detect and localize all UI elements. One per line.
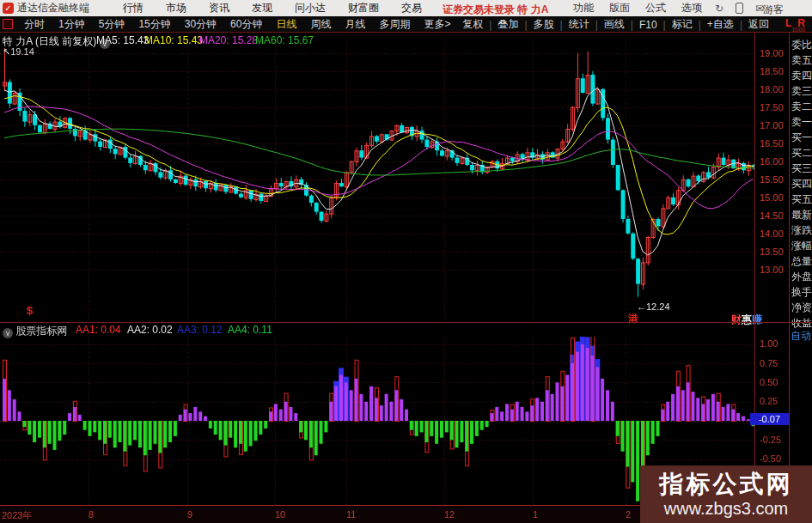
top-menu-item-版面[interactable]: 版面 bbox=[601, 1, 638, 15]
price-tick: 13.50 bbox=[760, 246, 784, 257]
tool-item-+自选[interactable]: +自选 bbox=[702, 17, 739, 32]
price-tick: 14.50 bbox=[760, 210, 784, 221]
sidebar-row-卖三: 卖三 bbox=[791, 84, 812, 99]
year-label: 2023年 bbox=[2, 509, 32, 522]
sidebar-row-卖二: 卖二 bbox=[791, 100, 812, 114]
top-menu-group: 行情市场资讯发现问小达财富圈交易 bbox=[112, 1, 433, 15]
toolbar-separator: | bbox=[560, 19, 563, 31]
watermark-title: 指标公式网 bbox=[660, 471, 793, 498]
promo-char: 财 bbox=[731, 313, 742, 325]
top-menu-item-选项[interactable]: 选项 bbox=[674, 1, 710, 15]
price-tick: 15.50 bbox=[760, 174, 784, 185]
tool-item-返回[interactable]: 返回 bbox=[743, 17, 774, 32]
tool-item-F10[interactable]: F10 bbox=[634, 19, 662, 31]
sidebar-row-买四: 买四 bbox=[791, 177, 812, 192]
top-menu-item-发现[interactable]: 发现 bbox=[241, 2, 284, 14]
app-logo-icon: ✓ bbox=[3, 3, 14, 14]
period-item-更多>[interactable]: 更多> bbox=[417, 17, 457, 32]
indicator-tick: 0.50 bbox=[760, 377, 778, 387]
sidebar-row-卖五: 卖五 bbox=[791, 53, 812, 68]
toolbar-separator: | bbox=[489, 19, 491, 31]
top-menu-item-功能[interactable]: 功能 bbox=[565, 1, 601, 15]
refresh-icon[interactable]: ↻ bbox=[715, 3, 723, 15]
period-item-周线[interactable]: 周线 bbox=[303, 17, 338, 32]
indicator-tick: 0.25 bbox=[760, 396, 778, 406]
chevron-down-icon[interactable]: ∨ bbox=[3, 328, 13, 338]
top-menu-item-公式[interactable]: 公式 bbox=[638, 1, 674, 15]
top-menu-item-交易[interactable]: 交易 bbox=[390, 2, 433, 14]
low-price-marker: ←12.24 bbox=[637, 301, 670, 312]
month-label-2: 2 bbox=[626, 509, 631, 520]
indicator-header: ∨ 股票指标网 bbox=[3, 324, 67, 338]
sidebar-row-买二: 买二 bbox=[791, 146, 812, 161]
toolbar-separator: | bbox=[631, 19, 633, 31]
user-label[interactable]: 游客 bbox=[763, 3, 784, 17]
indicator-field-2: AA3: 0.12 bbox=[177, 324, 223, 336]
period-item-30分钟[interactable]: 30分钟 bbox=[178, 17, 223, 32]
site-watermark: 指标公式网 www.zbgs3.com bbox=[640, 465, 812, 523]
price-tick: 13.00 bbox=[760, 265, 784, 275]
top-right-menu-group: 功能版面公式选项↻✉ bbox=[565, 0, 769, 16]
mobile-icon[interactable] bbox=[736, 3, 743, 14]
period-item-日线[interactable]: 日线 bbox=[269, 17, 303, 32]
tool-item-统计[interactable]: 统计 bbox=[564, 17, 595, 32]
tool-item-多股[interactable]: 多股 bbox=[528, 17, 559, 32]
login-status[interactable]: 证券交易未登录 特 力A bbox=[443, 3, 548, 17]
indicator-tick: 1.00 bbox=[760, 338, 778, 349]
period-item-分时[interactable]: 分时 bbox=[17, 17, 52, 32]
main-chart-canvas[interactable] bbox=[0, 39, 754, 322]
hk-badge: 港 bbox=[628, 312, 638, 326]
period-item-多周期[interactable]: 多周期 bbox=[372, 17, 417, 32]
top-menu-item-行情[interactable]: 行情 bbox=[112, 2, 155, 14]
panel-divider-line[interactable] bbox=[0, 322, 812, 323]
indicator-field-3: AA4: 0.11 bbox=[228, 324, 272, 336]
tool-item-叠加[interactable]: 叠加 bbox=[492, 17, 523, 32]
month-label-8: 8 bbox=[89, 509, 94, 520]
indicator-tick: 0.75 bbox=[760, 358, 778, 368]
period-item-1分钟[interactable]: 1分钟 bbox=[52, 17, 92, 32]
indicator-field-1: AA2: 0.02 bbox=[127, 324, 173, 336]
period-item-月线[interactable]: 月线 bbox=[338, 17, 372, 32]
top-menu-item-财富圈[interactable]: 财富圈 bbox=[337, 2, 390, 14]
month-label-11: 11 bbox=[346, 509, 356, 520]
price-tick: 16.50 bbox=[760, 138, 784, 149]
ma-label-3: MA60: 15.67 bbox=[255, 34, 314, 46]
caihuizhuan-watermark: 财惠赚 bbox=[731, 313, 762, 327]
toolbar-separator: | bbox=[595, 19, 598, 31]
tool-item-画线[interactable]: 画线 bbox=[599, 17, 630, 32]
sidebar-row-总量: 总量 bbox=[791, 254, 812, 269]
month-label-10: 10 bbox=[275, 509, 285, 520]
price-tick: 19.00 bbox=[760, 48, 784, 58]
sidebar-row-卖一: 卖一 bbox=[791, 115, 812, 130]
current-value-badge: -0.07 bbox=[750, 413, 789, 425]
sidebar-row-卖四: 卖四 bbox=[791, 69, 812, 83]
tool-item-标记[interactable]: 标记 bbox=[667, 17, 698, 32]
indicator-name[interactable]: 股票指标网 bbox=[15, 325, 67, 337]
price-tick: 17.50 bbox=[760, 102, 784, 113]
toolbar-separator: | bbox=[699, 19, 701, 31]
price-tick: 15.00 bbox=[760, 192, 784, 203]
toolbar-separator: | bbox=[663, 19, 666, 31]
top-menu-item-市场[interactable]: 市场 bbox=[155, 2, 198, 14]
sidebar-row-外盘: 外盘 bbox=[791, 270, 812, 284]
stock-period-label: 特 力A (日线 前复权) bbox=[3, 35, 96, 47]
ma-label-2: MA20: 15.28 bbox=[199, 34, 258, 46]
auto-scale-button[interactable]: 自动 bbox=[791, 329, 811, 344]
chart-type-icon[interactable] bbox=[3, 19, 13, 29]
chart-tools-group: 复权|叠加|多股|统计|画线|F10|标记|+自选|返回 bbox=[457, 17, 774, 32]
period-item-5分钟[interactable]: 5分钟 bbox=[92, 17, 132, 32]
toolbar-separator: | bbox=[524, 19, 527, 31]
price-tick: 16.00 bbox=[760, 156, 784, 167]
tool-item-复权[interactable]: 复权 bbox=[457, 17, 488, 32]
axis-divider-line bbox=[754, 33, 755, 505]
indicator-field-0: AA1: 0.04 bbox=[76, 324, 121, 336]
period-item-15分钟[interactable]: 15分钟 bbox=[131, 17, 177, 32]
top-menu-item-资讯[interactable]: 资讯 bbox=[198, 2, 241, 14]
top-menu-item-问小达[interactable]: 问小达 bbox=[284, 2, 337, 14]
sidebar-row-净资: 净资 bbox=[791, 301, 812, 315]
period-item-60分钟[interactable]: 60分钟 bbox=[223, 17, 269, 32]
sidebar-row-买三: 买三 bbox=[791, 161, 812, 176]
promo-char: 惠 bbox=[742, 313, 752, 325]
price-tick: 18.50 bbox=[760, 66, 784, 76]
indicator-tick: -0.25 bbox=[760, 435, 781, 445]
